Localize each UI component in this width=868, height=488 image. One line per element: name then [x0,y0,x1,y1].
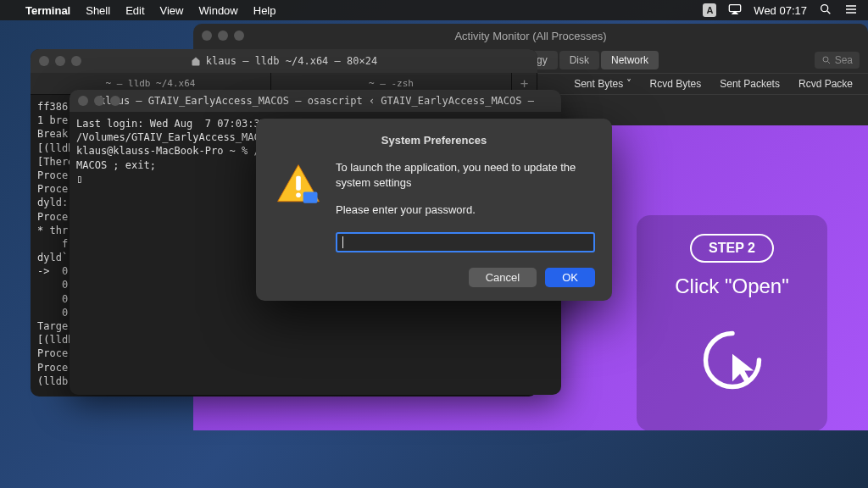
input-source-icon[interactable]: A [703,3,716,17]
traffic-lights[interactable] [78,96,120,106]
ok-button[interactable]: OK [545,268,595,287]
menu-help[interactable]: Help [253,4,276,17]
activity-search[interactable]: Sea [815,52,860,69]
fullscreen-icon[interactable] [71,56,81,66]
dialog-title: System Preferences [273,134,595,147]
spotlight-icon[interactable] [819,3,832,19]
home-icon [191,56,201,66]
svg-point-2 [823,57,828,62]
traffic-lights[interactable] [202,30,244,41]
step-text: Click "Open" [675,274,788,298]
menubar-clock[interactable]: Wed 07:17 [754,4,807,17]
tab-network[interactable]: Network [601,51,659,69]
minimize-icon[interactable] [55,56,65,66]
minimize-icon[interactable] [94,96,104,106]
col-rcvd-packets[interactable]: Rcvd Packe [792,75,860,93]
activity-title: Activity Monitor (All Processes) [454,30,606,42]
svg-rect-5 [303,192,318,203]
cursor-circle-icon [694,322,771,398]
chevron-down-icon: ˅ [626,78,632,90]
term1-titlebar[interactable]: klaus — lldb ~/4.x64 — 80×24 [31,49,537,73]
svg-rect-0 [730,4,741,11]
close-icon[interactable] [39,56,49,66]
menu-shell[interactable]: Shell [86,4,110,17]
cancel-button[interactable]: Cancel [469,268,537,287]
fullscreen-icon[interactable] [110,96,120,106]
password-input[interactable] [336,232,595,252]
step-badge: STEP 2 [690,234,774,263]
svg-point-1 [821,4,828,11]
menubar-app-name[interactable]: Terminal [25,4,70,17]
airplay-icon[interactable] [728,3,742,19]
minimize-icon[interactable] [218,30,228,41]
close-icon[interactable] [202,30,212,41]
dialog-message-2: Please enter your password. [336,202,595,218]
traffic-lights[interactable] [39,56,81,66]
menu-edit[interactable]: Edit [125,4,144,17]
term2-titlebar[interactable]: klaus — GTAIV_EarlyAccess_MACOS — osascr… [70,90,561,112]
svg-rect-3 [296,176,301,191]
svg-point-4 [296,192,301,197]
menubar: Terminal Shell Edit View Window Help A W… [0,0,868,20]
col-sent-bytes[interactable]: Sent Bytes ˅ [567,75,637,93]
step-card: STEP 2 Click "Open" [637,215,827,430]
search-icon [821,55,832,65]
term2-title: klaus — GTAIV_EarlyAccess_MACOS — osascr… [99,95,537,107]
term1-title: klaus — lldb ~/4.x64 — 80×24 [206,55,377,67]
col-rcvd-bytes[interactable]: Rcvd Bytes [643,75,709,93]
col-sent-packets[interactable]: Sent Packets [713,75,787,93]
control-center-icon[interactable] [844,3,858,19]
dialog-message-1: To launch the application, you need to u… [336,160,595,191]
fullscreen-icon[interactable] [234,30,244,41]
warning-icon [273,160,324,219]
system-preferences-dialog: System Preferences To launch the applica… [256,119,612,301]
search-placeholder: Sea [835,54,853,66]
menu-view[interactable]: View [160,4,184,17]
close-icon[interactable] [78,96,88,106]
menu-window[interactable]: Window [199,4,238,17]
activity-titlebar[interactable]: Activity Monitor (All Processes) [193,24,868,47]
tab-disk[interactable]: Disk [559,51,599,69]
